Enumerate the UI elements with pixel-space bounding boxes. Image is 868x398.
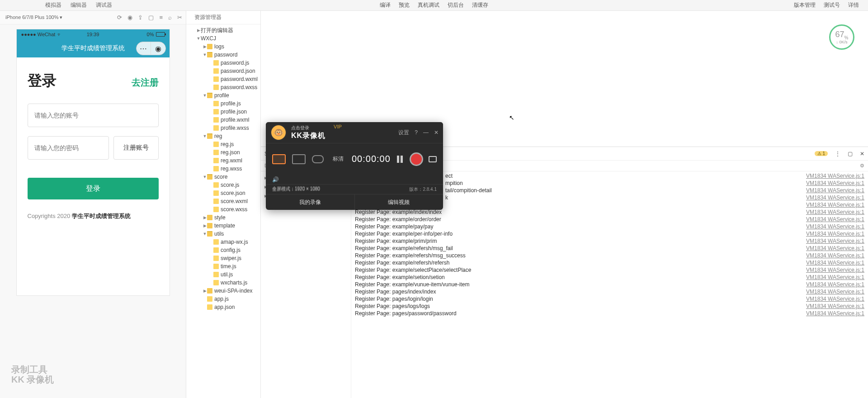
tree-item[interactable]: time.js (186, 262, 260, 270)
quality-label[interactable]: 标清 (333, 155, 344, 163)
split-icon[interactable]: ▢ (148, 14, 154, 21)
capsule-more-icon[interactable]: ⋯ (137, 42, 151, 55)
tab-editor[interactable]: 编辑器 (71, 1, 87, 9)
carrier-text: ●●●●● WeChat (21, 32, 56, 37)
edit-video-button[interactable]: 编辑视频 (355, 194, 443, 210)
console-settings-icon[interactable]: ⚙ (860, 163, 864, 169)
btn-test-account[interactable]: 测试号 (824, 1, 840, 9)
btn-background[interactable]: 切后台 (448, 1, 464, 9)
warning-badge[interactable]: ⚠ 1 (815, 151, 828, 156)
copyright: Copyrights 2020 学生平时成绩管理系统 (28, 212, 159, 220)
tree-item[interactable]: config.js (186, 246, 260, 254)
tree-root[interactable]: ▼WXCJ (186, 34, 260, 43)
btn-clear-cache[interactable]: 清缓存 (472, 1, 488, 9)
recorder-help-icon[interactable]: ? (415, 129, 418, 136)
password-input[interactable] (34, 144, 102, 152)
nav-capsule[interactable]: ⋯ ◉ (136, 42, 166, 55)
login-form: 登录 去注册 注册账号 登录 Copyrights 2020 学生平 (17, 57, 170, 295)
tree-item[interactable]: ▶template (186, 222, 260, 230)
tree-item[interactable]: ▼utils (186, 230, 260, 238)
search-icon[interactable]: ⌕ (168, 14, 172, 21)
record-button[interactable] (410, 152, 423, 166)
devtools-dock-icon[interactable]: ▢ (848, 151, 853, 157)
tree-item[interactable]: profile.json (186, 108, 260, 116)
tree-item[interactable]: score.json (186, 189, 260, 197)
tree-item[interactable]: profile.wxss (186, 124, 260, 132)
btn-details[interactable]: 详情 (848, 1, 859, 9)
tree-item[interactable]: ▶weui-SPA-index (186, 287, 260, 295)
tree-item[interactable]: ▼reg (186, 132, 260, 140)
tree-item[interactable]: reg.json (186, 148, 260, 156)
battery-pct: 0% (147, 32, 154, 37)
btn-compile[interactable]: 编译 (380, 1, 391, 9)
tree-root[interactable]: ▶打开的编辑器 (186, 26, 260, 34)
tree-item[interactable]: score.wxss (186, 205, 260, 213)
tree-item[interactable]: swiper.js (186, 254, 260, 262)
btn-version[interactable]: 版本管理 (794, 1, 816, 9)
register-button[interactable]: 注册账号 (113, 136, 159, 160)
share-icon[interactable]: ⇪ (138, 14, 143, 21)
nav-title: 学生平时成绩管理系统 (61, 44, 125, 52)
tree-item[interactable]: profile.wxml (186, 116, 260, 124)
console-line: Register Page: example/pay/payVM1834 WAS… (351, 223, 868, 230)
tab-debugger[interactable]: 调试器 (96, 1, 112, 9)
recorder-vip-badge[interactable]: VIP (334, 124, 342, 129)
tree-item[interactable]: app.js (186, 295, 260, 303)
tree-item[interactable]: app.json (186, 303, 260, 311)
recorder-login-link[interactable]: 点击登录 (291, 125, 326, 131)
pause-button[interactable] (397, 156, 404, 163)
console-line: Register Page: example/selectPlace/selec… (351, 266, 868, 274)
menu-icon[interactable]: ≡ (159, 14, 163, 21)
password-input-wrap[interactable] (28, 136, 109, 160)
tree-item[interactable]: reg.wxss (186, 165, 260, 173)
recorder-close-icon[interactable]: ✕ (434, 129, 439, 136)
devtools-more-icon[interactable]: ⋮ (835, 151, 840, 157)
account-input[interactable] (34, 112, 152, 119)
tree-item[interactable]: ▼profile (186, 91, 260, 100)
btn-remote-debug[interactable]: 真机调试 (418, 1, 439, 9)
tree-item[interactable]: amap-wx.js (186, 238, 260, 246)
login-button[interactable]: 登录 (28, 178, 159, 199)
tree-item[interactable]: score.js (186, 181, 260, 189)
console-line: Register Page: pages/login/loginVM1834 W… (351, 295, 868, 303)
btn-preview[interactable]: 预览 (399, 1, 410, 9)
recorder-settings[interactable]: 设置 (398, 129, 409, 137)
status-time: 19:39 (87, 32, 99, 37)
tree-item[interactable]: password.wxml (186, 75, 260, 83)
tree-item[interactable]: score.wxml (186, 197, 260, 205)
recorder-window[interactable]: 🐵 点击登录 KK录像机 VIP 设置 ? — ✕ 标清 00:00:00 🔊 … (266, 122, 443, 210)
mode-region-icon[interactable] (292, 154, 306, 164)
tree-item[interactable]: ▼password (186, 51, 260, 59)
capsule-close-icon[interactable]: ◉ (151, 42, 165, 55)
tab-simulator[interactable]: 模拟器 (45, 1, 61, 9)
tree-item[interactable]: ▼score (186, 173, 260, 181)
speaker-icon[interactable]: 🔊 (272, 176, 279, 183)
console-line: Register Page: pages/logs/logsVM1834 WAS… (351, 303, 868, 310)
devtools-close-icon[interactable]: ✕ (860, 151, 864, 157)
go-register-link[interactable]: 去注册 (132, 76, 159, 89)
tree-item[interactable]: reg.js (186, 140, 260, 148)
record-time: 00:00:00 (352, 154, 391, 164)
mode-screen-icon[interactable] (272, 154, 286, 164)
account-input-wrap[interactable] (28, 104, 159, 127)
tree-item[interactable]: password.js (186, 59, 260, 67)
mode-game-icon[interactable] (312, 155, 324, 163)
tree-item[interactable]: password.wxss (186, 83, 260, 91)
cut-icon[interactable]: ✂ (177, 14, 182, 21)
screenshot-button[interactable] (429, 156, 437, 162)
tree-item[interactable]: profile.js (186, 100, 260, 108)
performance-gauge[interactable]: 67% ↓ 0K/s (829, 24, 854, 50)
sim-toolbar: iPhone 6/7/8 Plus 100% ▾ ⟳ ◉ ⇪ ▢ ≡ ⌕ ✂ (0, 11, 186, 24)
tree-item[interactable]: reg.wxml (186, 156, 260, 165)
file-tree[interactable]: ▶打开的编辑器▼WXCJ▶logs▼passwordpassword.jspas… (186, 24, 260, 313)
tree-item[interactable]: ▶logs (186, 43, 260, 51)
recorder-minimize-icon[interactable]: — (423, 129, 429, 136)
tree-item[interactable]: ▶style (186, 213, 260, 222)
tree-item[interactable]: password.json (186, 67, 260, 75)
tree-item[interactable]: wxcharts.js (186, 279, 260, 287)
device-select[interactable]: iPhone 6/7/8 Plus 100% ▾ (4, 14, 64, 21)
my-recordings-button[interactable]: 我的录像 (266, 194, 355, 210)
tree-item[interactable]: util.js (186, 270, 260, 279)
record-icon[interactable]: ◉ (127, 14, 132, 21)
rotate-icon[interactable]: ⟳ (117, 14, 122, 21)
